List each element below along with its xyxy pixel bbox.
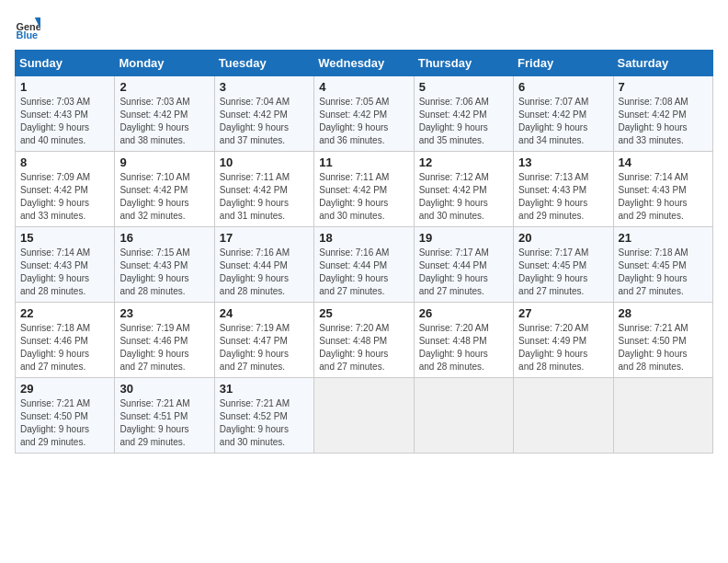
day-info: Sunrise: 7:06 AM Sunset: 4:42 PM Dayligh…: [419, 96, 508, 147]
day-info: Sunrise: 7:16 AM Sunset: 4:44 PM Dayligh…: [319, 247, 408, 298]
calendar-week-row: 8Sunrise: 7:09 AM Sunset: 4:42 PM Daylig…: [16, 152, 713, 227]
day-number: 19: [419, 231, 508, 245]
col-header-tuesday: Tuesday: [214, 51, 313, 76]
calendar-day-cell: 1Sunrise: 7:03 AM Sunset: 4:43 PM Daylig…: [16, 76, 115, 152]
calendar-day-cell: 14Sunrise: 7:14 AM Sunset: 4:43 PM Dayli…: [613, 152, 712, 227]
day-info: Sunrise: 7:12 AM Sunset: 4:42 PM Dayligh…: [419, 171, 508, 223]
col-header-wednesday: Wednesday: [314, 51, 414, 76]
calendar-day-cell: 30Sunrise: 7:21 AM Sunset: 4:51 PM Dayli…: [115, 378, 214, 454]
calendar-day-cell: 4Sunrise: 7:05 AM Sunset: 4:42 PM Daylig…: [314, 76, 414, 152]
calendar-week-row: 22Sunrise: 7:18 AM Sunset: 4:46 PM Dayli…: [16, 303, 713, 378]
calendar-day-cell: 29Sunrise: 7:21 AM Sunset: 4:50 PM Dayli…: [16, 378, 115, 454]
day-number: 1: [20, 80, 109, 94]
col-header-saturday: Saturday: [613, 51, 712, 76]
calendar-day-cell: 20Sunrise: 7:17 AM Sunset: 4:45 PM Dayli…: [514, 227, 613, 303]
day-info: Sunrise: 7:21 AM Sunset: 4:51 PM Dayligh…: [119, 397, 209, 449]
day-number: 30: [119, 382, 209, 396]
calendar-day-cell: 26Sunrise: 7:20 AM Sunset: 4:48 PM Dayli…: [414, 303, 513, 378]
day-info: Sunrise: 7:08 AM Sunset: 4:42 PM Dayligh…: [619, 96, 708, 147]
day-number: 25: [319, 306, 408, 320]
calendar-day-cell: [613, 378, 712, 454]
calendar-day-cell: [414, 378, 513, 454]
col-header-thursday: Thursday: [414, 51, 513, 76]
calendar-day-cell: 11Sunrise: 7:11 AM Sunset: 4:42 PM Dayli…: [314, 152, 414, 227]
day-info: Sunrise: 7:18 AM Sunset: 4:46 PM Dayligh…: [20, 322, 109, 373]
calendar-day-cell: 10Sunrise: 7:11 AM Sunset: 4:42 PM Dayli…: [214, 152, 313, 227]
col-header-sunday: Sunday: [16, 51, 115, 76]
day-number: 7: [619, 80, 708, 94]
day-info: Sunrise: 7:09 AM Sunset: 4:42 PM Dayligh…: [20, 171, 109, 223]
col-header-monday: Monday: [115, 51, 214, 76]
day-info: Sunrise: 7:17 AM Sunset: 4:44 PM Dayligh…: [419, 247, 508, 298]
day-number: 12: [419, 155, 508, 169]
day-info: Sunrise: 7:18 AM Sunset: 4:45 PM Dayligh…: [619, 247, 708, 298]
calendar-day-cell: 22Sunrise: 7:18 AM Sunset: 4:46 PM Dayli…: [16, 303, 115, 378]
day-number: 15: [20, 231, 109, 245]
day-number: 26: [419, 306, 508, 320]
day-info: Sunrise: 7:11 AM Sunset: 4:42 PM Dayligh…: [319, 171, 408, 223]
logo-icon: General Blue: [15, 15, 40, 40]
calendar-day-cell: 17Sunrise: 7:16 AM Sunset: 4:44 PM Dayli…: [214, 227, 313, 303]
day-info: Sunrise: 7:21 AM Sunset: 4:50 PM Dayligh…: [619, 322, 708, 373]
day-number: 17: [220, 231, 309, 245]
calendar-day-cell: [314, 378, 414, 454]
day-number: 2: [119, 80, 209, 94]
calendar-day-cell: 19Sunrise: 7:17 AM Sunset: 4:44 PM Dayli…: [414, 227, 513, 303]
day-info: Sunrise: 7:15 AM Sunset: 4:43 PM Dayligh…: [119, 247, 209, 298]
day-number: 18: [319, 231, 408, 245]
calendar-day-cell: 16Sunrise: 7:15 AM Sunset: 4:43 PM Dayli…: [115, 227, 214, 303]
day-number: 5: [419, 80, 508, 94]
day-info: Sunrise: 7:11 AM Sunset: 4:42 PM Dayligh…: [220, 171, 309, 223]
calendar-day-cell: 24Sunrise: 7:19 AM Sunset: 4:47 PM Dayli…: [214, 303, 313, 378]
calendar-day-cell: 25Sunrise: 7:20 AM Sunset: 4:48 PM Dayli…: [314, 303, 414, 378]
calendar-day-cell: 28Sunrise: 7:21 AM Sunset: 4:50 PM Dayli…: [613, 303, 712, 378]
calendar-day-cell: 31Sunrise: 7:21 AM Sunset: 4:52 PM Dayli…: [214, 378, 313, 454]
calendar-header-row: SundayMondayTuesdayWednesdayThursdayFrid…: [16, 51, 713, 76]
day-info: Sunrise: 7:19 AM Sunset: 4:46 PM Dayligh…: [119, 322, 209, 373]
day-number: 27: [518, 306, 608, 320]
calendar-day-cell: 9Sunrise: 7:10 AM Sunset: 4:42 PM Daylig…: [115, 152, 214, 227]
col-header-friday: Friday: [514, 51, 613, 76]
day-number: 11: [319, 155, 408, 169]
calendar-day-cell: 12Sunrise: 7:12 AM Sunset: 4:42 PM Dayli…: [414, 152, 513, 227]
day-number: 8: [20, 155, 109, 169]
day-number: 6: [518, 80, 608, 94]
calendar-day-cell: 21Sunrise: 7:18 AM Sunset: 4:45 PM Dayli…: [613, 227, 712, 303]
calendar-day-cell: 27Sunrise: 7:20 AM Sunset: 4:49 PM Dayli…: [514, 303, 613, 378]
day-number: 22: [20, 306, 109, 320]
day-number: 10: [220, 155, 309, 169]
day-info: Sunrise: 7:14 AM Sunset: 4:43 PM Dayligh…: [20, 247, 109, 298]
calendar-day-cell: 7Sunrise: 7:08 AM Sunset: 4:42 PM Daylig…: [613, 76, 712, 152]
day-info: Sunrise: 7:17 AM Sunset: 4:45 PM Dayligh…: [518, 247, 608, 298]
day-number: 14: [619, 155, 708, 169]
day-info: Sunrise: 7:19 AM Sunset: 4:47 PM Dayligh…: [220, 322, 309, 373]
calendar-week-row: 1Sunrise: 7:03 AM Sunset: 4:43 PM Daylig…: [16, 76, 713, 152]
day-info: Sunrise: 7:13 AM Sunset: 4:43 PM Dayligh…: [518, 171, 608, 223]
calendar-day-cell: 8Sunrise: 7:09 AM Sunset: 4:42 PM Daylig…: [16, 152, 115, 227]
day-info: Sunrise: 7:21 AM Sunset: 4:50 PM Dayligh…: [20, 397, 109, 449]
day-info: Sunrise: 7:16 AM Sunset: 4:44 PM Dayligh…: [220, 247, 309, 298]
day-info: Sunrise: 7:03 AM Sunset: 4:43 PM Dayligh…: [20, 96, 109, 147]
day-info: Sunrise: 7:20 AM Sunset: 4:48 PM Dayligh…: [319, 322, 408, 373]
day-number: 3: [220, 80, 309, 94]
calendar-week-row: 15Sunrise: 7:14 AM Sunset: 4:43 PM Dayli…: [16, 227, 713, 303]
day-number: 29: [20, 382, 109, 396]
day-info: Sunrise: 7:05 AM Sunset: 4:42 PM Dayligh…: [319, 96, 408, 147]
day-info: Sunrise: 7:07 AM Sunset: 4:42 PM Dayligh…: [518, 96, 608, 147]
svg-text:Blue: Blue: [17, 29, 39, 40]
day-number: 21: [619, 231, 708, 245]
day-info: Sunrise: 7:10 AM Sunset: 4:42 PM Dayligh…: [119, 171, 209, 223]
calendar-day-cell: 5Sunrise: 7:06 AM Sunset: 4:42 PM Daylig…: [414, 76, 513, 152]
calendar-day-cell: 6Sunrise: 7:07 AM Sunset: 4:42 PM Daylig…: [514, 76, 613, 152]
day-number: 4: [319, 80, 408, 94]
day-number: 31: [220, 382, 309, 396]
day-number: 16: [119, 231, 209, 245]
calendar-day-cell: 15Sunrise: 7:14 AM Sunset: 4:43 PM Dayli…: [16, 227, 115, 303]
calendar-day-cell: [514, 378, 613, 454]
day-number: 9: [119, 155, 209, 169]
day-info: Sunrise: 7:03 AM Sunset: 4:42 PM Dayligh…: [119, 96, 209, 147]
calendar-table: SundayMondayTuesdayWednesdayThursdayFrid…: [15, 50, 713, 454]
day-number: 20: [518, 231, 608, 245]
calendar-day-cell: 18Sunrise: 7:16 AM Sunset: 4:44 PM Dayli…: [314, 227, 414, 303]
day-info: Sunrise: 7:20 AM Sunset: 4:48 PM Dayligh…: [419, 322, 508, 373]
